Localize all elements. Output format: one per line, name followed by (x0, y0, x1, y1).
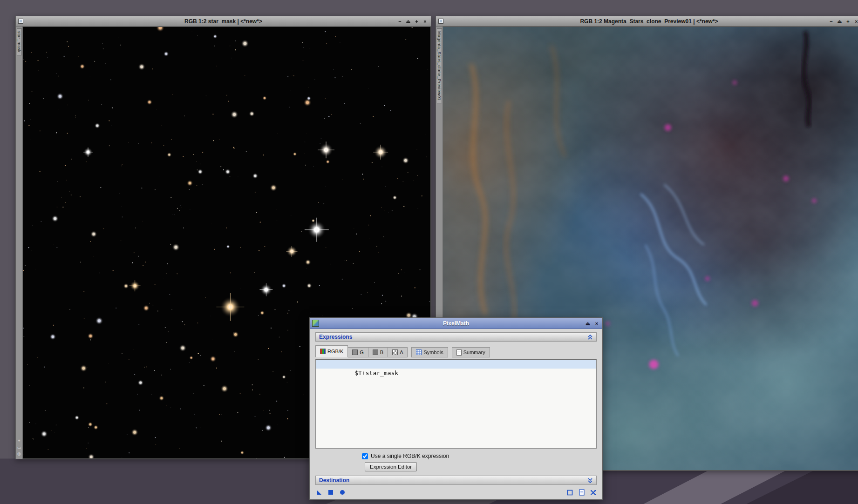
expressions-section-header[interactable]: Expressions (315, 332, 597, 342)
crosshair-icon[interactable]: + (18, 439, 20, 443)
minimize-button[interactable]: − (396, 17, 403, 26)
window-title: RGB 1:2 Magenta_Stars_clone_Preview01 | … (436, 18, 858, 25)
destination-section-header[interactable]: Destination (315, 476, 597, 485)
close-button[interactable]: × (593, 319, 600, 328)
close-button[interactable]: × (853, 17, 858, 26)
image-side-strip: star_mask + ▭ ◎ (16, 27, 23, 459)
titlebar[interactable]: RGB 1:2 star_mask | <*new*> − ⏏ + × (16, 16, 431, 27)
dialog-titlebar[interactable]: PixelMath ⏏ × (310, 318, 602, 329)
frame-icon[interactable]: ▭ (17, 445, 21, 450)
tab-g[interactable]: G (348, 347, 368, 357)
green-channel-icon (352, 349, 358, 355)
window-menu-icon[interactable] (18, 19, 23, 24)
zoom-button[interactable]: + (844, 17, 851, 26)
pixelmath-dialog: PixelMath ⏏ × Expressions RGB/K (309, 317, 603, 500)
symbols-grid-icon (416, 349, 422, 355)
desktop: RGB 1:2 star_mask | <*new*> − ⏏ + × star… (0, 0, 858, 504)
expression-editor-button[interactable]: Expression Editor (365, 462, 417, 471)
collapse-section-icon[interactable] (587, 335, 593, 340)
expression-text: $T+star_mask (354, 370, 398, 376)
close-button[interactable]: × (422, 17, 429, 26)
dialog-toolbar (315, 488, 597, 497)
apply-icon[interactable] (327, 489, 334, 496)
tab-rgbk[interactable]: RGB/K (315, 345, 348, 357)
shade-button[interactable]: ⏏ (585, 319, 591, 328)
single-rgbk-checkbox[interactable] (362, 453, 368, 459)
window-title: RGB 1:2 star_mask | <*new*> (16, 18, 431, 25)
pixelmath-icon (312, 320, 319, 327)
apply-global-icon[interactable] (339, 489, 346, 496)
expression-editor-area[interactable]: $T+star_mask (315, 359, 597, 449)
rgb-channels-icon (320, 349, 326, 354)
alpha-channel-icon (392, 349, 398, 355)
browse-documentation-icon[interactable] (578, 489, 585, 496)
image-selector-tab[interactable]: star_mask (17, 28, 22, 55)
shade-button[interactable]: ⏏ (405, 17, 412, 26)
tab-a[interactable]: A (388, 347, 408, 357)
expression-line: $T+star_mask (316, 360, 596, 369)
expressions-section-label: Expressions (319, 334, 352, 340)
single-rgbk-label: Use a single RGB/K expression (371, 453, 449, 459)
tab-b[interactable]: B (368, 347, 388, 357)
target-icon[interactable]: ◎ (17, 452, 21, 456)
reset-icon[interactable] (590, 489, 597, 496)
window-menu-icon[interactable] (438, 19, 443, 24)
titlebar[interactable]: RGB 1:2 Magenta_Stars_clone_Preview01 | … (436, 16, 858, 27)
dialog-title: PixelMath (310, 320, 602, 327)
tab-symbols[interactable]: Symbols (411, 347, 448, 357)
image-selector-tab[interactable]: Magenta_Stars_clone_Preview01 (437, 28, 442, 103)
zoom-button[interactable]: + (413, 17, 420, 26)
real-time-preview-icon[interactable] (566, 489, 573, 496)
expression-tabs: RGB/K G B A (315, 345, 597, 357)
new-instance-icon[interactable] (315, 489, 322, 496)
tab-summary[interactable]: Summary (452, 347, 490, 357)
expand-section-icon[interactable] (587, 478, 593, 483)
blue-channel-icon (373, 349, 378, 355)
shade-button[interactable]: ⏏ (836, 17, 843, 26)
minimize-button[interactable]: − (828, 17, 835, 26)
summary-page-icon (456, 349, 462, 356)
destination-section-label: Destination (319, 477, 349, 484)
